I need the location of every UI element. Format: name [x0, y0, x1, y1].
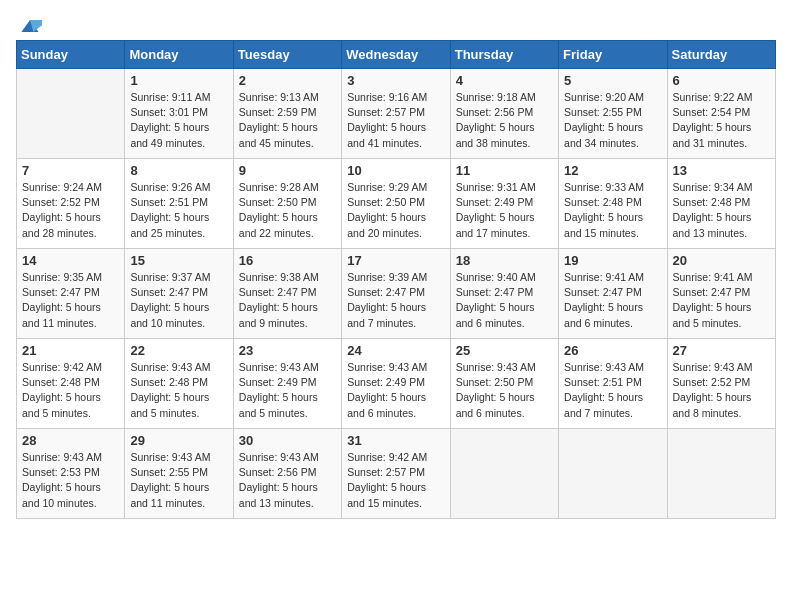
- sunset-text: Sunset: 2:57 PM: [347, 106, 425, 118]
- day-number: 24: [347, 343, 444, 358]
- daylight-text: Daylight: 5 hours and 6 minutes.: [564, 301, 643, 328]
- sunset-text: Sunset: 2:55 PM: [130, 466, 208, 478]
- sunset-text: Sunset: 2:48 PM: [564, 196, 642, 208]
- calendar-cell: 8 Sunrise: 9:26 AM Sunset: 2:51 PM Dayli…: [125, 159, 233, 249]
- sunset-text: Sunset: 2:50 PM: [239, 196, 317, 208]
- calendar-cell: 10 Sunrise: 9:29 AM Sunset: 2:50 PM Dayl…: [342, 159, 450, 249]
- day-number: 7: [22, 163, 119, 178]
- sunset-text: Sunset: 2:47 PM: [564, 286, 642, 298]
- day-number: 29: [130, 433, 227, 448]
- sunset-text: Sunset: 2:47 PM: [130, 286, 208, 298]
- day-number: 22: [130, 343, 227, 358]
- day-number: 30: [239, 433, 336, 448]
- daylight-text: Daylight: 5 hours and 31 minutes.: [673, 121, 752, 148]
- day-number: 8: [130, 163, 227, 178]
- sunset-text: Sunset: 2:52 PM: [673, 376, 751, 388]
- day-info: Sunrise: 9:34 AM Sunset: 2:48 PM Dayligh…: [673, 180, 770, 241]
- sunset-text: Sunset: 2:48 PM: [673, 196, 751, 208]
- calendar-cell: 3 Sunrise: 9:16 AM Sunset: 2:57 PM Dayli…: [342, 69, 450, 159]
- daylight-text: Daylight: 5 hours and 17 minutes.: [456, 211, 535, 238]
- sunrise-text: Sunrise: 9:26 AM: [130, 181, 210, 193]
- day-info: Sunrise: 9:43 AM Sunset: 2:53 PM Dayligh…: [22, 450, 119, 511]
- calendar-week-row: 7 Sunrise: 9:24 AM Sunset: 2:52 PM Dayli…: [17, 159, 776, 249]
- sunset-text: Sunset: 2:47 PM: [239, 286, 317, 298]
- daylight-text: Daylight: 5 hours and 11 minutes.: [130, 481, 209, 508]
- sunrise-text: Sunrise: 9:43 AM: [239, 361, 319, 373]
- day-number: 16: [239, 253, 336, 268]
- daylight-text: Daylight: 5 hours and 5 minutes.: [130, 391, 209, 418]
- day-info: Sunrise: 9:20 AM Sunset: 2:55 PM Dayligh…: [564, 90, 661, 151]
- daylight-text: Daylight: 5 hours and 10 minutes.: [22, 481, 101, 508]
- logo: [16, 16, 42, 32]
- calendar-cell: 15 Sunrise: 9:37 AM Sunset: 2:47 PM Dayl…: [125, 249, 233, 339]
- daylight-text: Daylight: 5 hours and 8 minutes.: [673, 391, 752, 418]
- sunset-text: Sunset: 2:48 PM: [22, 376, 100, 388]
- col-header-saturday: Saturday: [667, 41, 775, 69]
- sunset-text: Sunset: 2:56 PM: [456, 106, 534, 118]
- calendar-cell: 9 Sunrise: 9:28 AM Sunset: 2:50 PM Dayli…: [233, 159, 341, 249]
- calendar-cell: 13 Sunrise: 9:34 AM Sunset: 2:48 PM Dayl…: [667, 159, 775, 249]
- page-header: [16, 16, 776, 32]
- sunrise-text: Sunrise: 9:43 AM: [22, 451, 102, 463]
- sunset-text: Sunset: 2:47 PM: [456, 286, 534, 298]
- daylight-text: Daylight: 5 hours and 20 minutes.: [347, 211, 426, 238]
- sunset-text: Sunset: 2:50 PM: [347, 196, 425, 208]
- daylight-text: Daylight: 5 hours and 9 minutes.: [239, 301, 318, 328]
- daylight-text: Daylight: 5 hours and 28 minutes.: [22, 211, 101, 238]
- daylight-text: Daylight: 5 hours and 15 minutes.: [564, 211, 643, 238]
- day-number: 13: [673, 163, 770, 178]
- calendar-week-row: 21 Sunrise: 9:42 AM Sunset: 2:48 PM Dayl…: [17, 339, 776, 429]
- calendar-cell: 28 Sunrise: 9:43 AM Sunset: 2:53 PM Dayl…: [17, 429, 125, 519]
- sunrise-text: Sunrise: 9:39 AM: [347, 271, 427, 283]
- calendar-week-row: 28 Sunrise: 9:43 AM Sunset: 2:53 PM Dayl…: [17, 429, 776, 519]
- calendar-header-row: SundayMondayTuesdayWednesdayThursdayFrid…: [17, 41, 776, 69]
- daylight-text: Daylight: 5 hours and 15 minutes.: [347, 481, 426, 508]
- calendar-cell: 18 Sunrise: 9:40 AM Sunset: 2:47 PM Dayl…: [450, 249, 558, 339]
- sunset-text: Sunset: 2:53 PM: [22, 466, 100, 478]
- day-info: Sunrise: 9:38 AM Sunset: 2:47 PM Dayligh…: [239, 270, 336, 331]
- day-info: Sunrise: 9:41 AM Sunset: 2:47 PM Dayligh…: [673, 270, 770, 331]
- sunset-text: Sunset: 2:48 PM: [130, 376, 208, 388]
- sunrise-text: Sunrise: 9:42 AM: [22, 361, 102, 373]
- day-info: Sunrise: 9:43 AM Sunset: 2:49 PM Dayligh…: [239, 360, 336, 421]
- calendar-cell: 29 Sunrise: 9:43 AM Sunset: 2:55 PM Dayl…: [125, 429, 233, 519]
- sunset-text: Sunset: 2:51 PM: [564, 376, 642, 388]
- calendar-cell: 24 Sunrise: 9:43 AM Sunset: 2:49 PM Dayl…: [342, 339, 450, 429]
- calendar-week-row: 14 Sunrise: 9:35 AM Sunset: 2:47 PM Dayl…: [17, 249, 776, 339]
- calendar-cell: 5 Sunrise: 9:20 AM Sunset: 2:55 PM Dayli…: [559, 69, 667, 159]
- day-number: 19: [564, 253, 661, 268]
- daylight-text: Daylight: 5 hours and 5 minutes.: [673, 301, 752, 328]
- sunrise-text: Sunrise: 9:11 AM: [130, 91, 210, 103]
- day-number: 21: [22, 343, 119, 358]
- day-info: Sunrise: 9:43 AM Sunset: 2:55 PM Dayligh…: [130, 450, 227, 511]
- sunset-text: Sunset: 2:54 PM: [673, 106, 751, 118]
- day-number: 26: [564, 343, 661, 358]
- day-info: Sunrise: 9:28 AM Sunset: 2:50 PM Dayligh…: [239, 180, 336, 241]
- sunrise-text: Sunrise: 9:37 AM: [130, 271, 210, 283]
- sunset-text: Sunset: 2:49 PM: [456, 196, 534, 208]
- sunrise-text: Sunrise: 9:18 AM: [456, 91, 536, 103]
- sunrise-text: Sunrise: 9:43 AM: [673, 361, 753, 373]
- calendar-cell: [667, 429, 775, 519]
- calendar-cell: 6 Sunrise: 9:22 AM Sunset: 2:54 PM Dayli…: [667, 69, 775, 159]
- day-number: 18: [456, 253, 553, 268]
- calendar-cell: 21 Sunrise: 9:42 AM Sunset: 2:48 PM Dayl…: [17, 339, 125, 429]
- day-info: Sunrise: 9:29 AM Sunset: 2:50 PM Dayligh…: [347, 180, 444, 241]
- sunset-text: Sunset: 2:50 PM: [456, 376, 534, 388]
- day-info: Sunrise: 9:31 AM Sunset: 2:49 PM Dayligh…: [456, 180, 553, 241]
- sunset-text: Sunset: 2:56 PM: [239, 466, 317, 478]
- day-info: Sunrise: 9:16 AM Sunset: 2:57 PM Dayligh…: [347, 90, 444, 151]
- calendar-cell: 2 Sunrise: 9:13 AM Sunset: 2:59 PM Dayli…: [233, 69, 341, 159]
- calendar-cell: 30 Sunrise: 9:43 AM Sunset: 2:56 PM Dayl…: [233, 429, 341, 519]
- calendar-cell: 19 Sunrise: 9:41 AM Sunset: 2:47 PM Dayl…: [559, 249, 667, 339]
- day-number: 12: [564, 163, 661, 178]
- day-number: 3: [347, 73, 444, 88]
- daylight-text: Daylight: 5 hours and 49 minutes.: [130, 121, 209, 148]
- day-info: Sunrise: 9:43 AM Sunset: 2:48 PM Dayligh…: [130, 360, 227, 421]
- day-number: 14: [22, 253, 119, 268]
- calendar-cell: [559, 429, 667, 519]
- day-info: Sunrise: 9:43 AM Sunset: 2:50 PM Dayligh…: [456, 360, 553, 421]
- sunrise-text: Sunrise: 9:13 AM: [239, 91, 319, 103]
- calendar-cell: 27 Sunrise: 9:43 AM Sunset: 2:52 PM Dayl…: [667, 339, 775, 429]
- daylight-text: Daylight: 5 hours and 41 minutes.: [347, 121, 426, 148]
